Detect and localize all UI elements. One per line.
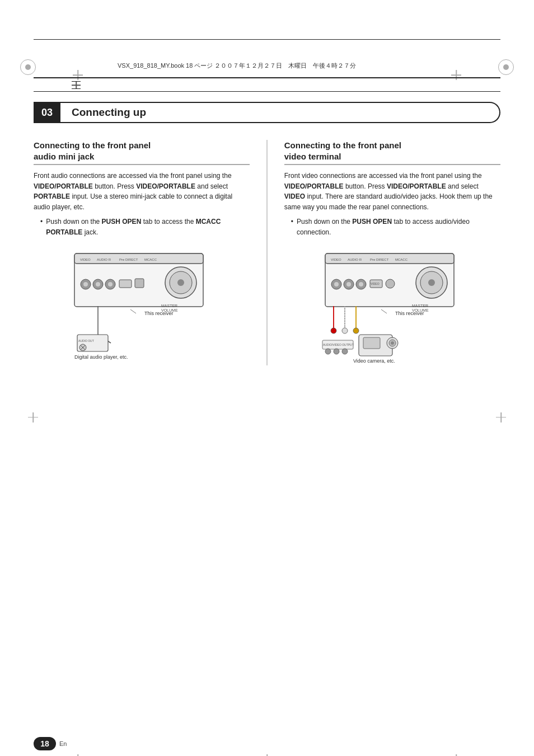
svg-text:Video camera, etc.: Video camera, etc. xyxy=(353,358,395,364)
page-header: VSX_918_818_MY.book 18 ページ ２００７年１２月２７日 木… xyxy=(34,39,500,92)
reg-mark-tr xyxy=(498,59,514,75)
svg-point-36 xyxy=(334,282,339,287)
right-bullet-item: Push down on the PUSH OPEN tab to access… xyxy=(291,217,500,237)
right-bullet-list: Push down on the PUSH OPEN tab to access… xyxy=(291,217,500,237)
svg-text:MASTER: MASTER xyxy=(161,304,177,308)
svg-text:AUDIO R: AUDIO R xyxy=(348,258,362,261)
svg-point-9 xyxy=(96,282,100,287)
svg-point-62 xyxy=(391,341,394,345)
svg-rect-13 xyxy=(135,279,144,288)
svg-text:This receiver: This receiver xyxy=(144,311,174,316)
svg-point-57 xyxy=(353,328,359,334)
page-lang: En xyxy=(59,740,67,747)
svg-point-46 xyxy=(428,279,435,286)
svg-text:AUDIO R: AUDIO R xyxy=(97,258,111,261)
svg-text:Pre DIRECT: Pre DIRECT xyxy=(119,258,138,261)
page-number: 18 xyxy=(34,737,56,750)
svg-point-65 xyxy=(325,349,331,354)
left-section-title: Connecting to the front panelaudio mini … xyxy=(34,140,250,165)
left-diagram: VIDEO AUDIO R Pre DIRECT MCACC xyxy=(34,248,250,360)
svg-point-55 xyxy=(331,328,336,334)
svg-text:MCACC: MCACC xyxy=(395,258,408,261)
svg-rect-12 xyxy=(119,280,132,288)
svg-rect-30 xyxy=(325,253,454,264)
svg-point-11 xyxy=(108,282,113,287)
svg-line-20 xyxy=(130,309,136,313)
svg-point-16 xyxy=(177,279,184,286)
left-column: Connecting to the front panelaudio mini … xyxy=(34,140,250,365)
svg-text:Pre DIRECT: Pre DIRECT xyxy=(370,258,389,261)
svg-text:VIDEO: VIDEO xyxy=(80,258,91,261)
svg-point-67 xyxy=(342,349,348,354)
svg-text:VIDEO: VIDEO xyxy=(371,282,380,285)
svg-point-43 xyxy=(386,279,395,288)
right-diagram: VIDEO AUDIO R Pre DIRECT MCACC VIDEO xyxy=(284,248,500,365)
svg-text:Digital audio player, etc.: Digital audio player, etc. xyxy=(74,354,128,360)
right-section-title: Connecting to the front panelvideo termi… xyxy=(284,140,500,165)
svg-line-50 xyxy=(381,309,387,313)
svg-text:AUDIO OUT: AUDIO OUT xyxy=(78,339,94,342)
left-bullet-list: Push down on the PUSH OPEN tab to access… xyxy=(40,217,250,237)
main-content: Connecting to the front panelaudio mini … xyxy=(34,140,500,365)
left-section-body: Front audio connections are accessed via… xyxy=(34,171,250,212)
crosshair-left-mid xyxy=(28,412,38,422)
chapter-header: 03 Connecting up xyxy=(34,102,500,123)
svg-point-66 xyxy=(334,349,339,354)
right-column: Connecting to the front panelvideo termi… xyxy=(284,140,500,365)
svg-rect-1 xyxy=(74,253,203,264)
column-divider xyxy=(266,140,268,365)
svg-point-56 xyxy=(342,328,348,334)
svg-text:MCACC: MCACC xyxy=(144,258,157,261)
crosshair-right-mid xyxy=(496,412,506,422)
right-section-body: Front video connections are accessed via… xyxy=(284,171,500,212)
svg-rect-59 xyxy=(363,337,380,349)
right-diagram-svg: VIDEO AUDIO R Pre DIRECT MCACC VIDEO xyxy=(320,248,465,365)
svg-text:AUDIO/VIDEO OUTPUT: AUDIO/VIDEO OUTPUT xyxy=(323,343,354,346)
left-bullet-item: Push down on the PUSH OPEN tab to access… xyxy=(40,217,250,237)
svg-text:VIDEO: VIDEO xyxy=(331,258,341,261)
header-crosshair xyxy=(72,81,81,89)
page: VSX_918_818_MY.book 18 ページ ２００７年１２月２７日 木… xyxy=(0,39,534,756)
svg-text:This receiver: This receiver xyxy=(395,311,424,316)
header-file-info: VSX_918_818_MY.book 18 ページ ２００７年１２月２７日 木… xyxy=(118,62,356,70)
page-footer: 18 En xyxy=(34,737,67,750)
svg-point-7 xyxy=(83,282,88,287)
chapter-number: 03 xyxy=(34,102,60,123)
svg-point-40 xyxy=(359,282,363,287)
svg-point-38 xyxy=(346,282,351,287)
left-diagram-svg: VIDEO AUDIO R Pre DIRECT MCACC xyxy=(69,248,214,360)
chapter-title: Connecting up xyxy=(60,102,500,123)
svg-text:MASTER: MASTER xyxy=(412,304,428,308)
